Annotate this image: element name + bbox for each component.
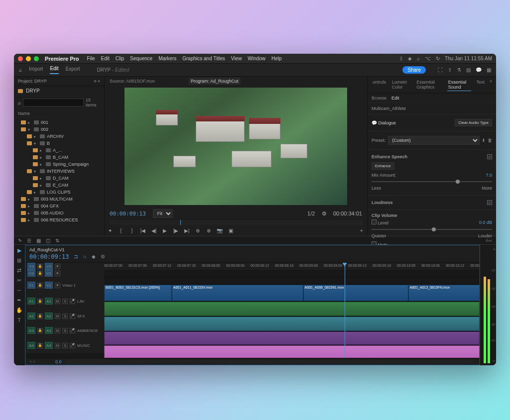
timeline-timecode[interactable]: 00:00:09:13 — [29, 253, 69, 260]
linked-selection-icon[interactable]: ∩ — [83, 254, 86, 259]
audio-track-lane[interactable] — [104, 331, 480, 345]
quickexport-icon[interactable]: ▤ — [466, 67, 471, 73]
track-source-toggle[interactable]: V2 — [27, 270, 35, 277]
tree-item[interactable]: ▸005 AUDIO — [14, 210, 104, 216]
track-lock-toggle[interactable]: 🔒 — [37, 271, 43, 276]
timeline-ruler[interactable]: 00:00:07:0000:00:07:0600:00:07:1200:00:0… — [104, 263, 480, 271]
video-clip[interactable]: A001_A011_08153V.mov — [172, 285, 303, 301]
audio-clip[interactable] — [104, 345, 480, 358]
video-clip[interactable]: A001_A006_081591.mov — [303, 285, 408, 301]
fullscreen-icon[interactable]: ⛶ — [438, 67, 443, 73]
video-clip[interactable]: B001_B002_08131CS.mov [200%] — [104, 285, 172, 301]
tab-graphics[interactable]: Essential Graphics — [415, 79, 443, 91]
track-target-toggle[interactable]: A2 — [45, 313, 53, 319]
tree-item[interactable]: ▸003 MULTICAM — [14, 196, 104, 203]
track-source-toggle[interactable]: V3 — [27, 263, 35, 270]
video-track-header[interactable]: V1🔒V1👁Video 1 — [25, 277, 104, 294]
ripple-edit-tool[interactable]: ⇄ — [16, 267, 23, 274]
zoom-fit-select[interactable]: Fit — [153, 209, 173, 218]
bluetooth-icon[interactable]: ᛒ — [400, 56, 403, 61]
track-lock-toggle[interactable]: 🔒 — [37, 264, 43, 269]
tab-essential-sound[interactable]: Essential Sound — [447, 79, 472, 91]
delete-preset-icon[interactable]: 🗑 — [488, 138, 492, 143]
menu-file[interactable]: File — [87, 56, 95, 61]
home-icon[interactable]: ⌂ — [19, 67, 22, 73]
track-lock-toggle[interactable]: 🔒 — [37, 328, 43, 333]
track-target-toggle[interactable]: A4 — [45, 342, 53, 349]
video-track-lane[interactable] — [104, 271, 480, 278]
mute-toggle[interactable]: M — [55, 343, 60, 348]
track-visibility-toggle[interactable]: 👁 — [55, 283, 60, 288]
step-back-button[interactable]: ◀| — [150, 227, 157, 234]
chat-icon[interactable]: 💬 — [476, 67, 482, 73]
bin-name[interactable]: DRYP — [26, 88, 40, 94]
audio-track-header[interactable]: A3🔒A3MS🎤AMBIENCE — [25, 323, 104, 337]
type-tool[interactable]: T — [16, 316, 23, 323]
menu-help[interactable]: Help — [271, 56, 282, 61]
video-track-header[interactable]: V3🔒V3👁 — [25, 263, 104, 270]
panel-menu-icon[interactable]: ≡ » — [94, 79, 100, 84]
tab-edit[interactable]: Edit — [50, 66, 58, 74]
playhead[interactable] — [345, 263, 345, 358]
tab-controls[interactable]: ontrols — [372, 79, 387, 91]
export-frame-button[interactable]: 📷 — [216, 227, 223, 234]
source-tab[interactable]: Source: A081SOF.mov — [108, 78, 157, 85]
tree-item[interactable]: ▸LOG CLIPS — [14, 189, 104, 196]
tab-export[interactable]: Export — [66, 66, 80, 74]
track-target-toggle[interactable]: V3 — [45, 263, 53, 270]
project-search-input[interactable] — [23, 99, 84, 106]
track-source-toggle[interactable]: A3 — [27, 327, 35, 334]
minimize-window-button[interactable] — [26, 56, 31, 61]
resolution-select[interactable]: 1/2 — [307, 210, 315, 216]
loudness-checkbox[interactable]: ✓ — [487, 200, 492, 205]
comparison-button[interactable]: ▣ — [227, 227, 234, 234]
voiceover-toggle[interactable]: 🎤 — [70, 343, 75, 348]
marker-icon[interactable]: ◆ — [92, 254, 96, 259]
mute-toggle[interactable]: M — [55, 299, 60, 304]
sequence-name[interactable]: Ad_RoughCut-V1 — [29, 247, 476, 252]
workspace-icon[interactable]: ▦ — [487, 67, 491, 73]
mute-toggle[interactable]: M — [55, 328, 60, 333]
video-track-header[interactable]: V2🔒V2👁 — [25, 270, 104, 277]
tab-import[interactable]: Import — [29, 66, 43, 74]
zoom-scrollbar[interactable] — [65, 360, 472, 363]
solo-toggle[interactable]: S — [62, 343, 68, 348]
level-value[interactable]: 0.0 dB — [479, 220, 492, 225]
list-view-icon[interactable]: ☰ — [27, 238, 31, 243]
audio-track-lane[interactable] — [104, 316, 480, 331]
menu-graphics[interactable]: Graphics and Titles — [182, 56, 225, 61]
search-icon[interactable]: ⌕ — [417, 56, 420, 61]
track-lock-toggle[interactable]: 🔒 — [37, 314, 43, 319]
settings-icon[interactable]: ⚙ — [101, 254, 105, 259]
overwrite-button[interactable]: ⊗ — [205, 227, 212, 234]
subtab-browse[interactable]: Browse — [372, 96, 386, 101]
maximize-window-button[interactable] — [34, 56, 39, 61]
clear-audio-type-button[interactable]: Clear Audio Type — [455, 119, 492, 126]
level-checkbox[interactable] — [372, 219, 377, 224]
tree-item[interactable]: ▸001 — [14, 119, 104, 126]
snap-icon[interactable]: ⊐ — [74, 254, 78, 259]
solo-toggle[interactable]: S — [62, 328, 68, 333]
mute-toggle[interactable]: M — [55, 314, 60, 319]
video-track-lane[interactable]: B001_B002_08131CS.mov [200%]A001_A011_08… — [104, 285, 480, 302]
audio-clip[interactable] — [104, 331, 480, 345]
button-editor-icon[interactable]: + — [358, 227, 365, 234]
voiceover-toggle[interactable]: 🎤 — [70, 328, 75, 333]
track-source-toggle[interactable]: A1 — [27, 298, 35, 305]
share-button[interactable]: Share — [402, 66, 426, 74]
track-target-toggle[interactable]: A1 — [45, 298, 53, 305]
audio-track-header[interactable]: A1🔒A1MS🎤LAV — [25, 294, 104, 309]
panel-menu-icon[interactable]: » — [490, 79, 492, 91]
go-to-out-button[interactable]: ▶| — [183, 227, 190, 234]
tree-item[interactable]: ▸E_CAM — [14, 182, 104, 189]
level-slider[interactable] — [372, 229, 492, 230]
sync-icon[interactable]: ↻ — [436, 56, 440, 61]
tree-item[interactable]: ▾INTERVIEWS — [14, 168, 104, 175]
flask-icon[interactable]: ⚗ — [457, 67, 461, 73]
loudness-label[interactable]: Loudness — [372, 200, 393, 205]
track-source-toggle[interactable]: V1 — [27, 282, 35, 289]
program-monitor[interactable] — [125, 88, 347, 205]
tree-item[interactable]: ▸004 GFX — [14, 203, 104, 210]
freeform-view-icon[interactable]: ◫ — [46, 238, 50, 243]
track-source-toggle[interactable]: A4 — [27, 342, 35, 349]
